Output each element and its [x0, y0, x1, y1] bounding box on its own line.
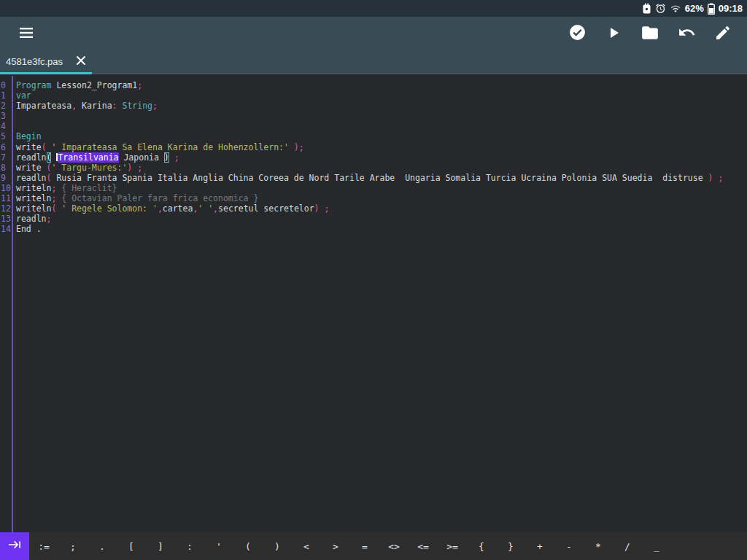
symbol-key[interactable]: <=: [409, 541, 438, 552]
line-number: 8: [0, 163, 12, 173]
code-line[interactable]: 11writeln; { Octavian Paler fara frica e…: [0, 193, 747, 203]
code-line[interactable]: 3: [0, 111, 747, 121]
code-token: String: [122, 101, 152, 111]
code-token: ): [708, 173, 713, 183]
code-token: readln: [16, 152, 47, 163]
tab-4581e3fc[interactable]: 4581e3fc.pas: [0, 51, 92, 74]
symbol-key[interactable]: <>: [379, 541, 409, 552]
power-adapter-icon: [642, 3, 651, 14]
code-token: secretul secretelor: [218, 203, 314, 214]
gutter-divider: [12, 76, 13, 532]
symbol-bar: :=;.[]:'()<>=<><=>={}+-*/_: [0, 532, 747, 560]
alarm-clock-icon: [655, 3, 666, 14]
symbol-key[interactable]: :: [175, 541, 204, 552]
code-text: write (' Targu-Mures:') ;: [12, 163, 142, 173]
code-token: ,: [213, 203, 218, 214]
symbol-key[interactable]: ): [263, 541, 292, 552]
symbol-key[interactable]: {: [467, 541, 496, 552]
undo-button[interactable]: [677, 25, 696, 44]
symbol-key[interactable]: _: [642, 541, 671, 552]
battery-icon: [708, 3, 715, 15]
code-line[interactable]: 10writeln; { Heraclit}: [0, 183, 747, 193]
symbol-key[interactable]: /: [613, 541, 642, 552]
symbol-key[interactable]: *: [584, 541, 613, 552]
clock-time: 09:18: [719, 3, 743, 14]
symbol-key[interactable]: }: [496, 541, 525, 552]
code-text: readln;: [12, 214, 51, 224]
symbol-key[interactable]: (: [233, 541, 263, 552]
code-token: readln: [16, 173, 47, 183]
code-text: Begin: [12, 131, 42, 141]
code-editor[interactable]: 0Program Lesson2_Program1;1var2Imparatea…: [0, 76, 747, 532]
code-token: [169, 152, 174, 163]
code-line[interactable]: 12writeln( ' Regele Solomon: ',cartea,' …: [0, 203, 747, 214]
code-line[interactable]: 13readln;: [0, 214, 747, 224]
code-line[interactable]: 1var: [0, 90, 747, 101]
code-line[interactable]: 14End .: [0, 224, 747, 234]
line-number: 5: [0, 131, 12, 141]
symbol-key[interactable]: <: [292, 541, 321, 552]
symbol-key[interactable]: >=: [438, 541, 467, 552]
code-token: ): [314, 203, 320, 214]
code-token: write: [16, 142, 42, 152]
code-token: { Octavian Paler fara frica economica }: [56, 193, 258, 203]
symbol-key[interactable]: [: [117, 541, 146, 552]
code-line[interactable]: 2Imparateasa, Karina: String;: [0, 101, 747, 111]
code-token: (: [42, 142, 47, 152]
code-token: ' Imparateasa Sa Elena Karina de Hohenzo…: [52, 142, 289, 152]
edit-button[interactable]: [713, 25, 732, 44]
code-line[interactable]: 7readln( Transilvania Japonia ) ;: [0, 152, 747, 163]
code-text: writeln; { Heraclit}: [12, 183, 117, 193]
symbol-key[interactable]: ;: [58, 541, 88, 552]
line-number: 9: [0, 173, 12, 183]
code-text: var: [12, 90, 31, 101]
code-token: ' ': [198, 203, 213, 214]
code-token: [51, 152, 56, 163]
check-circle-icon: [568, 23, 587, 44]
symbol-key[interactable]: ]: [146, 541, 175, 552]
symbol-key[interactable]: ': [204, 541, 233, 552]
symbol-key[interactable]: .: [88, 541, 117, 552]
code-token: Rusia Franta Spania Italia Anglia China …: [51, 173, 708, 183]
code-token: ,: [158, 203, 163, 214]
code-text: Imparateasa, Karina: String;: [12, 101, 158, 111]
code-text: Program Lesson2_Program1;: [12, 80, 142, 90]
code-line[interactable]: 6write( ' Imparateasa Sa Elena Karina de…: [0, 142, 747, 152]
code-text: End .: [12, 224, 42, 234]
menu-button[interactable]: [18, 26, 35, 43]
code-text: readln( Rusia Franta Spania Italia Angli…: [12, 173, 723, 183]
code-token: Karina: [77, 101, 112, 111]
toolbar-actions: [568, 25, 732, 44]
open-file-button[interactable]: [640, 25, 659, 44]
code-line[interactable]: 0Program Lesson2_Program1;: [0, 80, 747, 90]
code-text: [12, 121, 21, 131]
symbol-key[interactable]: -: [554, 541, 584, 552]
code-token: [289, 142, 294, 152]
code-line[interactable]: 9readln( Rusia Franta Spania Italia Angl…: [0, 173, 747, 183]
code-text: writeln; { Octavian Paler fara frica eco…: [12, 193, 258, 203]
tab-close-button[interactable]: [75, 56, 86, 67]
code-line[interactable]: 8write (' Targu-Mures:') ;: [0, 163, 747, 173]
play-icon: [605, 24, 622, 44]
code-line[interactable]: 5Begin: [0, 131, 747, 141]
selected-text: Transilvania: [58, 152, 118, 163]
code-line[interactable]: 4: [0, 121, 747, 131]
symbol-key[interactable]: +: [525, 541, 554, 552]
code-token: End .: [16, 224, 42, 234]
compile-check-button[interactable]: [568, 25, 587, 44]
tab-indent-key[interactable]: [0, 532, 29, 560]
code-token: Begin: [16, 131, 42, 141]
tab-indent-icon: [7, 537, 22, 555]
code-token: ' Regele Solomon: ': [61, 203, 158, 214]
symbol-key[interactable]: :=: [29, 541, 58, 552]
symbol-key[interactable]: =: [350, 541, 379, 552]
line-number: 2: [0, 101, 12, 111]
code-token: ): [164, 152, 169, 163]
run-button[interactable]: [604, 25, 623, 44]
status-bar: 62% 09:18: [0, 0, 747, 17]
code-token: { Heraclit}: [56, 183, 117, 193]
line-number: 12: [0, 203, 12, 214]
line-number: 3: [0, 111, 12, 121]
code-text: writeln( ' Regele Solomon: ',cartea,' ',…: [12, 203, 329, 214]
symbol-key[interactable]: >: [321, 541, 350, 552]
